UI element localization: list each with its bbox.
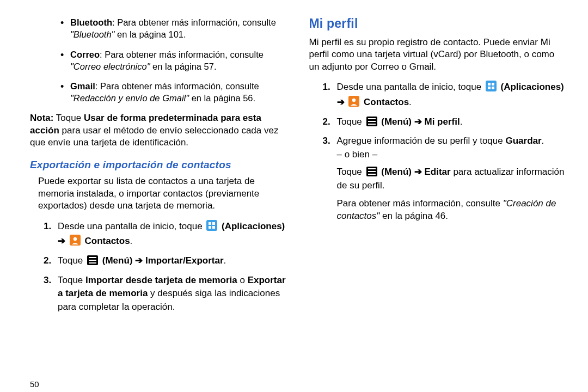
bullet-text-b: en la página 57. bbox=[150, 62, 217, 71]
apps-label: (Aplicaciones) bbox=[501, 82, 564, 92]
step-number: 1. bbox=[44, 220, 58, 234]
continuation-paragraph: Toque (Menú) ➔ Editar para actualizar in… bbox=[337, 166, 567, 193]
step-number: 1. bbox=[323, 81, 337, 94]
note-paragraph: Nota: Toque Usar de forma predeterminada… bbox=[30, 112, 287, 150]
contacts-icon bbox=[70, 235, 81, 250]
section-heading-profile: Mi perfil bbox=[309, 16, 567, 31]
menu-label: (Menú) bbox=[102, 255, 133, 266]
step-number: 2. bbox=[44, 254, 58, 268]
svg-rect-0 bbox=[206, 220, 217, 231]
svg-rect-15 bbox=[492, 87, 494, 89]
apps-label: (Aplicaciones) bbox=[222, 221, 285, 231]
step-1: 1. Desde una pantalla de inicio, toque (… bbox=[44, 220, 287, 250]
bullet-text-b: en la página 56. bbox=[189, 93, 255, 103]
contacts-icon bbox=[348, 96, 359, 111]
svg-rect-20 bbox=[368, 121, 376, 122]
steps-list-left: 1. Desde una pantalla de inicio, toque (… bbox=[44, 220, 287, 314]
bullet-list: Bluetooth: Para obtener más información,… bbox=[30, 16, 287, 105]
step-dot: . bbox=[409, 97, 412, 107]
svg-rect-10 bbox=[89, 262, 96, 264]
step-bold: Guardar bbox=[505, 136, 541, 146]
ref-a: Para obtener más información, consulte bbox=[337, 198, 503, 209]
bullet-ref: "Bluetooth" bbox=[70, 29, 114, 39]
svg-point-17 bbox=[352, 99, 356, 102]
svg-rect-9 bbox=[89, 260, 96, 261]
bullet-ref: "Correo electrónico" bbox=[70, 62, 150, 71]
bullet-gmail: Gmail: Para obtener más información, con… bbox=[57, 80, 287, 105]
step-text: Toque bbox=[58, 275, 85, 285]
apps-icon bbox=[486, 81, 497, 96]
step-text: Toque bbox=[337, 117, 365, 127]
arrow-icon: ➔ bbox=[58, 236, 65, 246]
contacts-label: Contactos bbox=[364, 97, 409, 107]
section-heading-export: Exportación e importación de contactos bbox=[30, 159, 287, 171]
arrow-icon: ➔ bbox=[414, 117, 422, 127]
menu-command: Importar/Exportar bbox=[145, 255, 224, 266]
bullet-label: Bluetooth bbox=[70, 17, 112, 27]
menu-command: Mi perfil bbox=[424, 117, 460, 127]
left-column: Bluetooth: Para obtener más información,… bbox=[30, 16, 298, 381]
svg-rect-11 bbox=[486, 81, 497, 91]
apps-icon bbox=[206, 220, 217, 235]
step-alt: – o bien – bbox=[337, 149, 378, 160]
svg-rect-1 bbox=[209, 222, 211, 225]
step-2: 2. Toque (Menú) ➔ Importar/Exportar. bbox=[44, 254, 287, 270]
svg-rect-23 bbox=[368, 168, 376, 169]
step-number: 3. bbox=[44, 274, 58, 287]
step-number: 2. bbox=[323, 115, 337, 129]
svg-rect-4 bbox=[212, 226, 215, 229]
bullet-text: : Para obtener más información, consulte bbox=[95, 81, 259, 91]
svg-rect-21 bbox=[368, 124, 376, 125]
cont-a: Toque bbox=[337, 167, 365, 177]
contacts-label: Contactos bbox=[84, 236, 130, 246]
step-2: 2. Toque (Menú) ➔ Mi perfil. bbox=[323, 115, 567, 131]
menu-label: (Menú) bbox=[381, 167, 412, 177]
step-dot: . bbox=[460, 117, 463, 127]
right-column: Mi perfil Mi perfil es su propio registr… bbox=[298, 16, 567, 381]
step-dot: . bbox=[224, 255, 226, 266]
svg-rect-12 bbox=[488, 83, 491, 85]
bullet-text-b: en la página 101. bbox=[114, 29, 186, 39]
bullet-ref: "Redacción y envío de Gmail" bbox=[70, 93, 189, 103]
svg-rect-3 bbox=[209, 226, 211, 229]
arrow-icon: ➔ bbox=[337, 97, 345, 107]
reference-paragraph: Para obtener más información, consulte "… bbox=[337, 198, 567, 223]
svg-point-6 bbox=[74, 237, 77, 241]
svg-rect-14 bbox=[488, 87, 491, 89]
page-number: 50 bbox=[30, 379, 287, 389]
bullet-label: Gmail bbox=[70, 81, 95, 91]
bullet-label: Correo bbox=[70, 50, 100, 59]
arrow-icon: ➔ bbox=[135, 255, 143, 266]
svg-rect-8 bbox=[89, 257, 96, 258]
step-dot: . bbox=[130, 236, 133, 246]
svg-rect-13 bbox=[492, 83, 494, 85]
step-text: Desde una pantalla de inicio, toque bbox=[58, 221, 205, 231]
edit-label: Editar bbox=[424, 167, 450, 177]
step-text: Desde una pantalla de inicio, toque bbox=[337, 82, 484, 92]
step-dot: . bbox=[542, 136, 544, 146]
svg-rect-24 bbox=[368, 171, 376, 172]
step-bold-1: Importar desde tarjeta de memoria bbox=[85, 275, 237, 285]
bullet-text: : Para obtener más información, consulte bbox=[112, 17, 276, 27]
steps-list-right: 1. Desde una pantalla de inicio, toque (… bbox=[323, 81, 567, 161]
arrow-icon: ➔ bbox=[414, 167, 422, 177]
menu-icon bbox=[87, 255, 98, 270]
svg-rect-2 bbox=[212, 222, 215, 225]
step-mid: o bbox=[237, 275, 248, 285]
note-label: Nota: bbox=[30, 113, 53, 123]
bullet-bluetooth: Bluetooth: Para obtener más información,… bbox=[57, 16, 287, 41]
svg-rect-19 bbox=[368, 118, 376, 119]
note-b: para usar el método de envío seleccionad… bbox=[30, 125, 278, 148]
menu-icon bbox=[366, 117, 377, 131]
section-intro: Puede exportar su lista de contactos a u… bbox=[38, 175, 287, 212]
ref-b: en la página 46. bbox=[379, 211, 448, 221]
menu-label: (Menú) bbox=[381, 117, 412, 127]
step-text: Agregue información de su perfil y toque bbox=[337, 136, 506, 146]
bullet-correo: Correo: Para obtener más información, co… bbox=[57, 48, 287, 73]
page: Bluetooth: Para obtener más información,… bbox=[0, 0, 588, 392]
bullet-text: : Para obtener más información, consulte bbox=[100, 50, 264, 59]
svg-rect-25 bbox=[368, 174, 376, 175]
section-intro: Mi perfil es su propio registro de conta… bbox=[309, 36, 567, 73]
step-text: Toque bbox=[58, 255, 85, 266]
step-number: 3. bbox=[323, 134, 337, 148]
